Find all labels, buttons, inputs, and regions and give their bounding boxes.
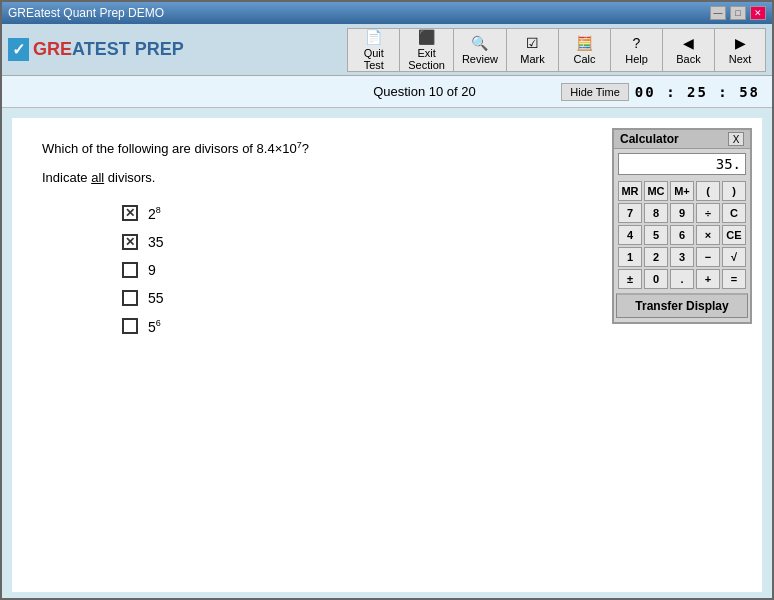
- logo-gre: GRE: [33, 39, 72, 59]
- calc-divide[interactable]: ÷: [696, 203, 720, 223]
- calc-4[interactable]: 4: [618, 225, 642, 245]
- title-bar-left: GREatest Quant Prep DEMO: [8, 6, 164, 20]
- calc-icon: 🧮: [576, 35, 593, 51]
- option-checkbox-3[interactable]: [122, 262, 138, 278]
- calc-title-label: Calculator: [620, 132, 679, 146]
- calc-plusminus[interactable]: ±: [618, 269, 642, 289]
- calc-ce[interactable]: CE: [722, 225, 746, 245]
- hide-time-button[interactable]: Hide Time: [561, 83, 629, 101]
- help-label: Help: [625, 53, 648, 65]
- question-bar: Question 10 of 20 Hide Time 00 : 25 : 58: [2, 76, 772, 108]
- help-button[interactable]: ? Help: [610, 28, 662, 72]
- calc-7[interactable]: 7: [618, 203, 642, 223]
- exit-section-button[interactable]: ⬛ ExitSection: [399, 28, 453, 72]
- toolbar: ✓ GREATEST PREP 📄 QuitTest ⬛ ExitSection…: [2, 24, 772, 76]
- option-checkbox-4[interactable]: [122, 290, 138, 306]
- quit-test-icon: 📄: [365, 29, 382, 45]
- calc-mc[interactable]: MC: [644, 181, 668, 201]
- calc-buttons: MR MC M+ ( ) 7 8 9 ÷ C 4 5 6 × CE 1 2 3 …: [614, 179, 750, 291]
- logo-atest: ATEST PREP: [72, 39, 184, 59]
- next-label: Next: [729, 53, 752, 65]
- close-button[interactable]: ✕: [750, 6, 766, 20]
- calc-2[interactable]: 2: [644, 247, 668, 267]
- maximize-button[interactable]: □: [730, 6, 746, 20]
- calc-5[interactable]: 5: [644, 225, 668, 245]
- timer-section: Hide Time 00 : 25 : 58: [561, 83, 760, 101]
- question-body: Which of the following are divisors of 8…: [42, 141, 309, 156]
- quit-test-button[interactable]: 📄 QuitTest: [347, 28, 399, 72]
- back-label: Back: [676, 53, 700, 65]
- app-title: GREatest Quant Prep DEMO: [8, 6, 164, 20]
- next-icon: ▶: [735, 35, 746, 51]
- option-checkbox-2[interactable]: [122, 234, 138, 250]
- calc-title-bar: Calculator X: [614, 130, 750, 149]
- calc-sqrt[interactable]: √: [722, 247, 746, 267]
- option-label-3: 9: [148, 262, 156, 278]
- timer-display: 00 : 25 : 58: [635, 84, 760, 100]
- title-bar: GREatest Quant Prep DEMO — □ ✕: [2, 2, 772, 24]
- calc-close-button[interactable]: X: [728, 132, 744, 146]
- calc-multiply[interactable]: ×: [696, 225, 720, 245]
- calc-clear[interactable]: C: [722, 203, 746, 223]
- exit-section-label: ExitSection: [408, 47, 445, 71]
- back-icon: ◀: [683, 35, 694, 51]
- indicate-suffix: divisors.: [104, 170, 155, 185]
- calc-9[interactable]: 9: [670, 203, 694, 223]
- option-label-1: 28: [148, 205, 161, 222]
- option-checkbox-5[interactable]: [122, 318, 138, 334]
- review-button[interactable]: 🔍 Review: [453, 28, 506, 72]
- calc-1[interactable]: 1: [618, 247, 642, 267]
- exit-section-icon: ⬛: [418, 29, 435, 45]
- option-label-2: 35: [148, 234, 164, 250]
- question-info: Question 10 of 20: [288, 84, 562, 99]
- calc-button[interactable]: 🧮 Calc: [558, 28, 610, 72]
- calc-decimal[interactable]: .: [670, 269, 694, 289]
- calc-openparen[interactable]: (: [696, 181, 720, 201]
- calc-display: 35.: [618, 153, 746, 175]
- calc-add[interactable]: +: [696, 269, 720, 289]
- mark-icon: ☑: [526, 35, 539, 51]
- calc-mplus[interactable]: M+: [670, 181, 694, 201]
- calc-label: Calc: [573, 53, 595, 65]
- calc-subtract[interactable]: −: [696, 247, 720, 267]
- indicate-prefix: Indicate: [42, 170, 91, 185]
- next-button[interactable]: ▶ Next: [714, 28, 766, 72]
- review-label: Review: [462, 53, 498, 65]
- logo-check: ✓: [8, 38, 29, 61]
- calc-closeparen[interactable]: ): [722, 181, 746, 201]
- calc-0[interactable]: 0: [644, 269, 668, 289]
- calc-8[interactable]: 8: [644, 203, 668, 223]
- mark-button[interactable]: ☑ Mark: [506, 28, 558, 72]
- option-label-4: 55: [148, 290, 164, 306]
- logo-text: GREATEST PREP: [33, 39, 184, 60]
- title-bar-controls[interactable]: — □ ✕: [710, 6, 766, 20]
- calc-3[interactable]: 3: [670, 247, 694, 267]
- main-content: Which of the following are divisors of 8…: [12, 118, 762, 592]
- transfer-display-button[interactable]: Transfer Display: [616, 293, 748, 318]
- calculator: Calculator X 35. MR MC M+ ( ) 7 8 9 ÷ C …: [612, 128, 752, 324]
- calc-mr[interactable]: MR: [618, 181, 642, 201]
- indicate-all: all: [91, 170, 104, 185]
- back-button[interactable]: ◀ Back: [662, 28, 714, 72]
- calc-6[interactable]: 6: [670, 225, 694, 245]
- minimize-button[interactable]: —: [710, 6, 726, 20]
- option-checkbox-1[interactable]: [122, 205, 138, 221]
- calc-equals[interactable]: =: [722, 269, 746, 289]
- option-label-5: 56: [148, 318, 161, 335]
- mark-label: Mark: [520, 53, 544, 65]
- help-icon: ?: [633, 35, 641, 51]
- logo: ✓ GREATEST PREP: [8, 38, 184, 61]
- review-icon: 🔍: [471, 35, 488, 51]
- quit-test-label: QuitTest: [364, 47, 384, 71]
